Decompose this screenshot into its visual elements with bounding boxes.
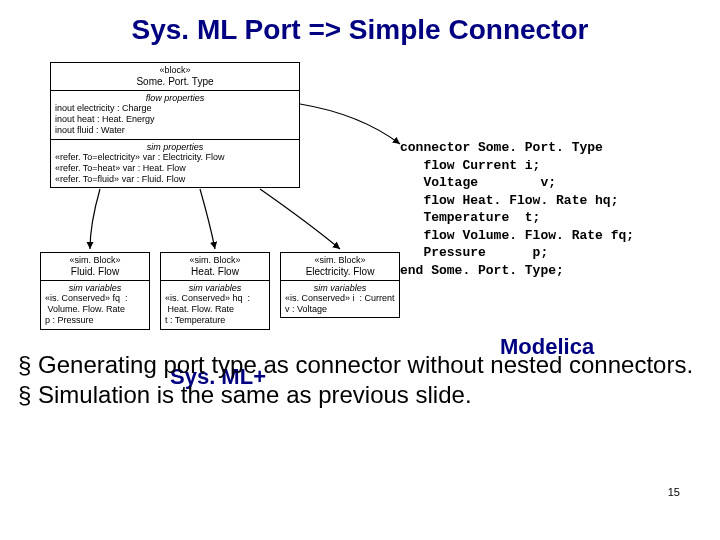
child-vars-title: sim variables — [285, 283, 395, 293]
child-stereo: «sim. Block» — [165, 255, 265, 266]
bullet-list: Generating port type as connector withou… — [18, 350, 700, 410]
block-stereotype: «block» — [55, 65, 295, 76]
flow-props: inout electricity : Charge inout heat : … — [55, 103, 295, 137]
child-name: Heat. Flow — [165, 266, 265, 278]
child-name: Fluid. Flow — [45, 266, 145, 278]
child-vars: «is. Conserved» i : Current v : Voltage — [285, 293, 395, 316]
child-vars: «is. Conserved» hq : Heat. Flow. Rate t … — [165, 293, 265, 327]
block-electricityflow: «sim. Block» Electricity. Flow sim varia… — [280, 252, 400, 318]
child-vars-title: sim variables — [165, 283, 265, 293]
child-stereo: «sim. Block» — [45, 255, 145, 266]
child-vars-title: sim variables — [45, 283, 145, 293]
child-stereo: «sim. Block» — [285, 255, 395, 266]
block-fluidflow: «sim. Block» Fluid. Flow sim variables «… — [40, 252, 150, 330]
flow-props-title: flow properties — [55, 93, 295, 103]
bullet-item: Simulation is the same as previous slide… — [18, 380, 700, 410]
bullet-item: Generating port type as connector withou… — [18, 350, 700, 380]
block-name: Some. Port. Type — [55, 76, 295, 88]
block-someporttype: «block» Some. Port. Type flow properties… — [50, 62, 300, 188]
child-name: Electricity. Flow — [285, 266, 395, 278]
sim-props: «refer. To=electricity» var : Electricit… — [55, 152, 295, 186]
page-number: 15 — [668, 486, 680, 498]
child-vars: «is. Conserved» fq : Volume. Flow. Rate … — [45, 293, 145, 327]
modelica-code: connector Some. Port. Type flow Current … — [400, 139, 634, 279]
block-heatflow: «sim. Block» Heat. Flow sim variables «i… — [160, 252, 270, 330]
page-title: Sys. ML Port => Simple Connector — [0, 0, 720, 54]
sim-props-title: sim properties — [55, 142, 295, 152]
